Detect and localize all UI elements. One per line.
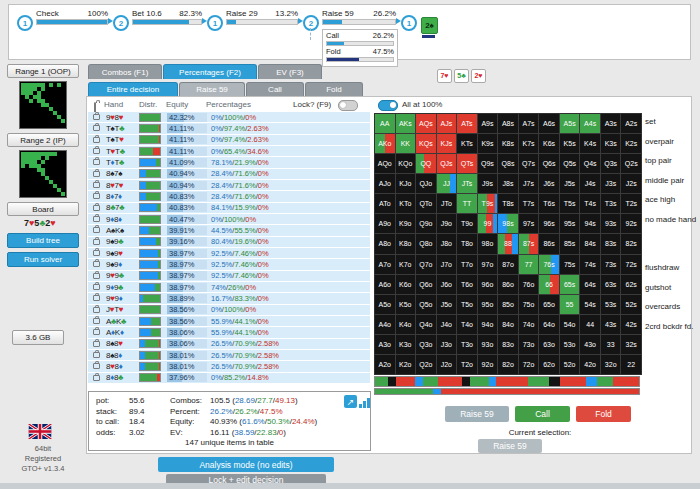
matrix-cell-K2s[interactable]: K2s [621,134,641,153]
table-row[interactable]: T♦T♣41.09%78.1%/21.9%/0% [88,157,370,168]
tree-branch-check[interactable]: Check100% [36,9,108,25]
tree-branch-bet[interactable]: Bet 10.682.3% [132,9,202,25]
table-row[interactable]: 9♥9♣38.97%92.5%/7.46%/0% [88,271,370,282]
matrix-cell-TT[interactable]: TT [457,194,477,213]
matrix-cell-K3o[interactable]: K3o [396,335,416,354]
matrix-cell-Q4o[interactable]: Q4o [416,315,436,334]
matrix-cell-64s[interactable]: 64s [580,275,600,294]
matrix-cell-J5o[interactable]: J5o [437,295,457,314]
matrix-cell-84o[interactable]: 84o [498,315,518,334]
matrix-cell-J7s[interactable]: J7s [519,174,539,193]
export-icon[interactable]: ↗ [344,395,357,408]
matrix-cell-83s[interactable]: 83s [601,234,621,253]
call-label[interactable]: Call [326,32,339,40]
matrix-cell-65o[interactable]: 65o [539,295,559,314]
table-row[interactable]: 8♥7♥40.94%28.4%/71.6%/0% [88,180,370,191]
matrix-cell-KJs[interactable]: KJs [437,134,457,153]
tab-fold[interactable]: Fold [305,82,363,96]
matrix-cell-76o[interactable]: 76o [519,275,539,294]
matrix-cell-K2o[interactable]: K2o [396,355,416,374]
matrix-cell-KK[interactable]: KK [396,134,416,153]
matrix-cell-32o[interactable]: 32o [601,355,621,374]
matrix-cell-65s[interactable]: 65s [560,275,580,294]
matrix-cell-AKo[interactable]: AKo [375,134,395,153]
table-row[interactable]: T♠T♣41.11%0%/97.4%/2.63% [88,123,370,134]
matrix-cell-J4o[interactable]: J4o [437,315,457,334]
matrix-cell-A9s[interactable]: A9s [478,114,498,133]
matrix-cell-Q9s[interactable]: Q9s [478,154,498,173]
matrix-cell-ATo[interactable]: ATo [375,194,395,213]
matrix-cell-92s[interactable]: 92s [621,214,641,233]
chart-icon[interactable] [359,397,371,408]
matrix-cell-K4s[interactable]: K4s [580,134,600,153]
matrix-cell-J3s[interactable]: J3s [601,174,621,193]
matrix-cell-J9o[interactable]: J9o [437,214,457,233]
lock-icon[interactable] [93,352,100,358]
matrix-cell-52s[interactable]: 52s [621,295,641,314]
matrix-cell-74s[interactable]: 74s [580,255,600,274]
matrix-cell-T4o[interactable]: T4o [457,315,477,334]
matrix-cell-62o[interactable]: 62o [539,355,559,374]
matrix-cell-72s[interactable]: 72s [621,255,641,274]
matrix-cell-T4s[interactable]: T4s [580,194,600,213]
matrix-cell-95s[interactable]: 95s [560,214,580,233]
fold-button[interactable]: Fold [576,406,631,422]
matrix-cell-AKs[interactable]: AKs [396,114,416,133]
matrix-cell-QTs[interactable]: QTs [457,154,477,173]
matrix-cell-JJ[interactable]: JJ [437,174,457,193]
matrix-cell-KJo[interactable]: KJo [396,174,416,193]
table-row[interactable]: 9♦9♣38.97%74%/26%/0% [88,282,370,293]
tree-branch-raise59[interactable]: Raise 5926.2% [322,9,396,25]
matrix-cell-84s[interactable]: 84s [580,234,600,253]
matrix-cell-KTo[interactable]: KTo [396,194,416,213]
matrix-cell-AQo[interactable]: AQo [375,154,395,173]
matrix-cell-43o[interactable]: 43o [580,335,600,354]
build-tree-button[interactable]: Build tree [7,233,79,248]
table-row[interactable]: J♥T♥38.56%0%/100%/0% [88,305,370,316]
lock-icon[interactable] [93,307,100,313]
matrix-cell-QTo[interactable]: QTo [416,194,436,213]
matrix-cell-J4s[interactable]: J4s [580,174,600,193]
table-row[interactable]: 9♠9♦38.97%92.5%/7.46%/0% [88,259,370,270]
lock-toggle[interactable] [338,100,358,111]
matrix-cell-Q2s[interactable]: Q2s [621,154,641,173]
matrix-cell-53s[interactable]: 53s [601,295,621,314]
tab-raise59[interactable]: Raise 59 [179,82,245,96]
matrix-cell-95o[interactable]: 95o [478,295,498,314]
matrix-cell-T8o[interactable]: T8o [457,234,477,253]
matrix-cell-A4o[interactable]: A4o [375,315,395,334]
matrix-cell-54o[interactable]: 54o [560,315,580,334]
matrix-cell-97s[interactable]: 97s [519,214,539,233]
matrix-cell-A3o[interactable]: A3o [375,335,395,354]
matrix-cell-A9o[interactable]: A9o [375,214,395,233]
matrix-cell-T3s[interactable]: T3s [601,194,621,213]
lock-icon[interactable] [93,284,100,290]
matrix-cell-K8o[interactable]: K8o [396,234,416,253]
matrix-cell-42o[interactable]: 42o [580,355,600,374]
matrix-cell-J3o[interactable]: J3o [437,335,457,354]
matrix-cell-85s[interactable]: 85s [560,234,580,253]
matrix-cell-T3o[interactable]: T3o [457,335,477,354]
matrix-cell-JTs[interactable]: JTs [457,174,477,193]
matrix-cell-J7o[interactable]: J7o [437,255,457,274]
matrix-cell-54s[interactable]: 54s [580,295,600,314]
matrix-cell-87s[interactable]: 87s [519,234,539,253]
matrix-cell-99[interactable]: 99 [478,214,498,233]
matrix-cell-J8o[interactable]: J8o [437,234,457,253]
range1-thumbnail[interactable] [19,81,67,129]
matrix-cell-AA[interactable]: AA [375,114,395,133]
matrix-cell-A6o[interactable]: A6o [375,275,395,294]
call-button[interactable]: Call [515,406,570,422]
lock-icon[interactable] [93,329,100,335]
matrix-cell-ATs[interactable]: ATs [457,114,477,133]
tab-ev[interactable]: EV (F3) [258,64,322,79]
matrix-cell-Q3s[interactable]: Q3s [601,154,621,173]
matrix-cell-A6s[interactable]: A6s [539,114,559,133]
matrix-cell-72o[interactable]: 72o [519,355,539,374]
matrix-cell-44[interactable]: 44 [580,315,600,334]
lock-icon[interactable] [93,159,100,165]
tab-combos[interactable]: Combos (F1) [88,64,162,79]
matrix-cell-Q7s[interactable]: Q7s [519,154,539,173]
matrix-cell-KTs[interactable]: KTs [457,134,477,153]
matrix-cell-Q5s[interactable]: Q5s [560,154,580,173]
